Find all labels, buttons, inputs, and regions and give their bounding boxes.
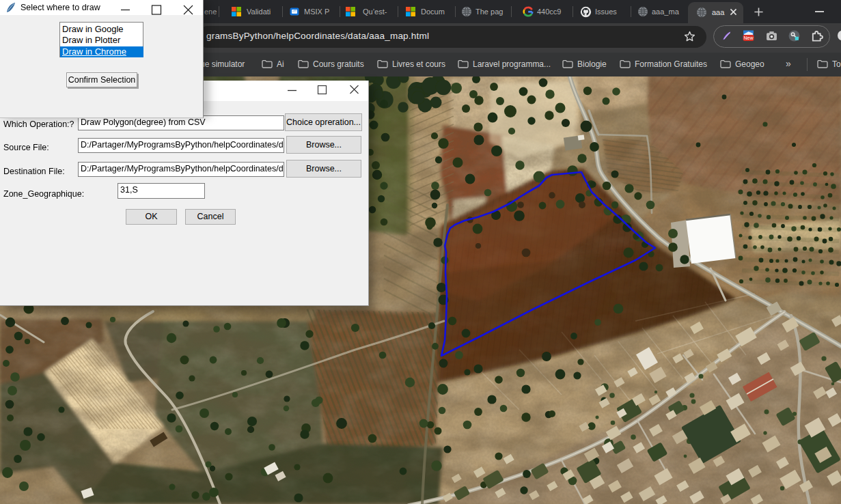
svg-text:New: New (744, 36, 754, 40)
